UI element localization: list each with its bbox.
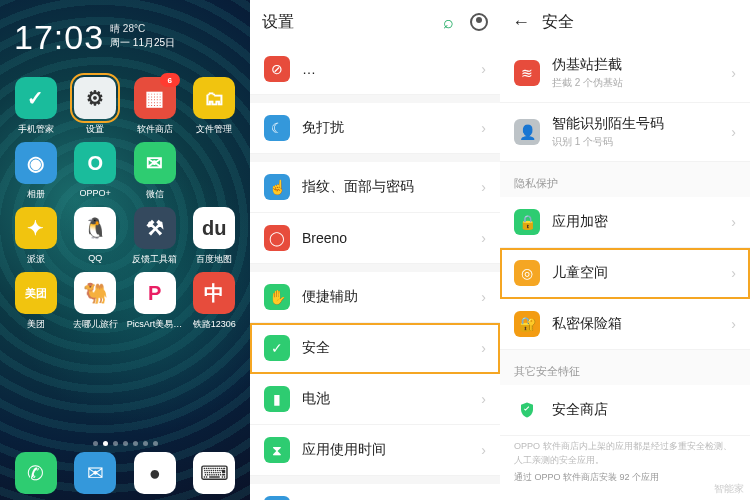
row-sublabel: 识别 1 个号码: [552, 135, 731, 149]
chevron-right-icon: ›: [731, 214, 736, 230]
search-icon[interactable]: ⌕: [443, 12, 454, 33]
app-反馈工具箱[interactable]: ⚒反馈工具箱: [125, 207, 185, 266]
app-label: 手机管家: [18, 123, 54, 136]
app-百度地图[interactable]: du百度地图: [185, 207, 245, 266]
app-OPPO+[interactable]: OOPPO+: [66, 142, 126, 201]
app-icon: ✦: [15, 207, 57, 249]
app-icon: ▦: [134, 77, 176, 119]
app-label: 相册: [27, 188, 45, 201]
app-铁路12306[interactable]: 中铁路12306: [185, 272, 245, 331]
settings-row[interactable]: ☝指纹、面部与密码›: [250, 162, 500, 213]
settings-row[interactable]: ✓安全›: [250, 323, 500, 374]
app-美团[interactable]: 美团美团: [6, 272, 66, 331]
row-label: 智能识别陌生号码: [552, 115, 731, 133]
dock-icon[interactable]: ⌨: [193, 452, 235, 494]
account-icon[interactable]: [470, 13, 488, 31]
chevron-right-icon: ›: [731, 265, 736, 281]
app-去哪儿旅行[interactable]: 🐫去哪儿旅行: [66, 272, 126, 331]
app-icon: 🗂: [193, 77, 235, 119]
page-dots: [0, 441, 250, 446]
security-header: ← 安全: [500, 0, 750, 44]
app-grid: ✓手机管家⚙设置▦软件商店🗂文件管理◉相册OOPPO+✉微信✦派派🐧QQ⚒反馈工…: [0, 61, 250, 331]
row-label: 伪基站拦截: [552, 56, 731, 74]
chevron-right-icon: ›: [731, 65, 736, 81]
app-icon: P: [134, 272, 176, 314]
row-label: 指纹、面部与密码: [302, 178, 481, 196]
row-secure-store[interactable]: 安全商店: [500, 385, 750, 436]
section-privacy: 隐私保护: [500, 162, 750, 197]
app-QQ[interactable]: 🐧QQ: [66, 207, 126, 266]
row-label: 电池: [302, 390, 481, 408]
row-sublabel: 拦截 2 个伪基站: [552, 76, 731, 90]
row-label: Breeno: [302, 230, 481, 246]
row-label: …: [302, 61, 481, 77]
app-设置[interactable]: ⚙设置: [66, 77, 126, 136]
dock-icon[interactable]: ●: [134, 452, 176, 494]
app-label: 软件商店: [137, 123, 173, 136]
chevron-right-icon: ›: [481, 120, 486, 136]
row-label: 免打扰: [302, 119, 481, 137]
clock: 17:03: [14, 18, 104, 57]
settings-list: ⊘…›☾免打扰›☝指纹、面部与密码›◯Breeno›✋便捷辅助›✓安全›▮电池›…: [250, 44, 500, 500]
settings-panel: 设置 ⌕ ⊘…›☾免打扰›☝指纹、面部与密码›◯Breeno›✋便捷辅助›✓安全…: [250, 0, 500, 500]
app-label: PicsArt美易照…: [127, 318, 183, 331]
app-手机管家[interactable]: ✓手机管家: [6, 77, 66, 136]
app-icon: du: [193, 207, 235, 249]
dock-icon[interactable]: ✆: [15, 452, 57, 494]
app-label: 去哪儿旅行: [73, 318, 118, 331]
app-label: 百度地图: [196, 253, 232, 266]
app-label: 文件管理: [196, 123, 232, 136]
settings-row[interactable]: 🌐语言简体中文›: [250, 484, 500, 500]
settings-row[interactable]: ◯Breeno›: [250, 213, 500, 264]
app-label: 反馈工具箱: [132, 253, 177, 266]
chevron-right-icon: ›: [731, 316, 736, 332]
row-label: 安全: [302, 339, 481, 357]
app-label: 铁路12306: [193, 318, 236, 331]
security-top-list: ≋伪基站拦截拦截 2 个伪基站›👤智能识别陌生号码识别 1 个号码›: [500, 44, 750, 162]
app-文件管理[interactable]: 🗂文件管理: [185, 77, 245, 136]
app-label: OPPO+: [80, 188, 111, 198]
back-icon[interactable]: ←: [512, 12, 530, 33]
shield-icon: [514, 397, 540, 423]
app-派派[interactable]: ✦派派: [6, 207, 66, 266]
dock: ✆✉●⌨: [0, 452, 250, 494]
settings-row[interactable]: ✋便捷辅助›: [250, 272, 500, 323]
app-相册[interactable]: ◉相册: [6, 142, 66, 201]
row-icon: ≋: [514, 60, 540, 86]
security-row[interactable]: 👤智能识别陌生号码识别 1 个号码›: [500, 103, 750, 162]
row-label: 应用加密: [552, 213, 731, 231]
chevron-right-icon: ›: [481, 442, 486, 458]
security-title: 安全: [542, 12, 574, 33]
row-label: 便捷辅助: [302, 288, 481, 306]
settings-row[interactable]: ▮电池›: [250, 374, 500, 425]
app-软件商店[interactable]: ▦软件商店: [125, 77, 185, 136]
settings-row[interactable]: ⧗应用使用时间›: [250, 425, 500, 476]
row-icon: ✓: [264, 335, 290, 361]
row-icon: ☝: [264, 174, 290, 200]
security-row[interactable]: 🔒应用加密›: [500, 197, 750, 248]
security-row[interactable]: ≋伪基站拦截拦截 2 个伪基站›: [500, 44, 750, 103]
row-icon: ⧗: [264, 437, 290, 463]
row-label: 私密保险箱: [552, 315, 731, 333]
settings-header: 设置 ⌕: [250, 0, 500, 44]
store-label: 安全商店: [552, 401, 736, 419]
settings-row[interactable]: ⊘…›: [250, 44, 500, 95]
home-screen-panel: 17:03 晴 28°C 周一 11月25日 ✓手机管家⚙设置▦软件商店🗂文件管…: [0, 0, 250, 500]
app-label: QQ: [88, 253, 102, 263]
row-icon: 🔐: [514, 311, 540, 337]
row-icon: ◎: [514, 260, 540, 286]
row-icon: ⊘: [264, 56, 290, 82]
settings-row[interactable]: ☾免打扰›: [250, 103, 500, 154]
app-icon: ◉: [15, 142, 57, 184]
app-PicsArt美易照…[interactable]: PPicsArt美易照…: [125, 272, 185, 331]
app-label: 派派: [27, 253, 45, 266]
dock-icon[interactable]: ✉: [74, 452, 116, 494]
app-微信[interactable]: ✉微信: [125, 142, 185, 201]
status-info: 晴 28°C 周一 11月25日: [110, 18, 175, 50]
app-empty: [185, 142, 245, 201]
app-icon: O: [74, 142, 116, 184]
security-row[interactable]: 🔐私密保险箱›: [500, 299, 750, 350]
row-label: 儿童空间: [552, 264, 731, 282]
row-icon: 🌐: [264, 496, 290, 500]
security-row[interactable]: ◎儿童空间›: [500, 248, 750, 299]
